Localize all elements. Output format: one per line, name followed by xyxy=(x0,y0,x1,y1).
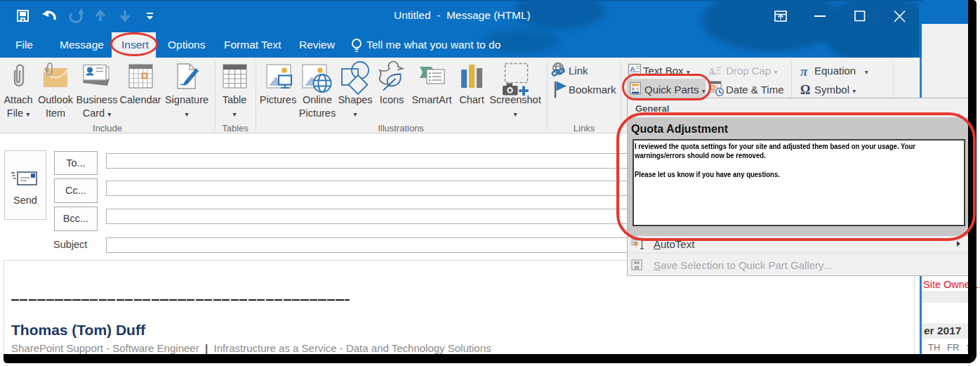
svg-text:Ω: Ω xyxy=(800,83,810,97)
svg-text:A: A xyxy=(708,67,716,77)
svg-text:π: π xyxy=(800,64,808,79)
